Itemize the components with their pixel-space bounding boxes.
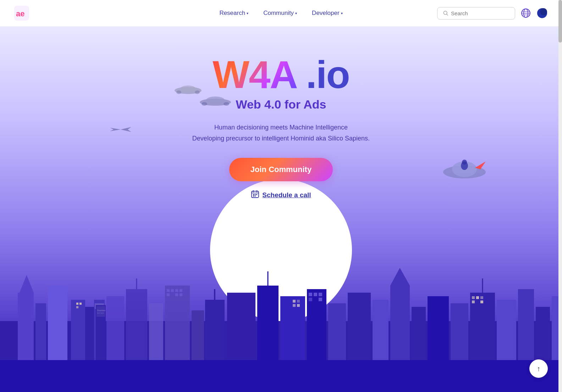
- svg-rect-76: [497, 300, 516, 364]
- svg-rect-72: [428, 296, 449, 364]
- svg-rect-31: [255, 195, 256, 197]
- moon-icon[interactable]: [536, 7, 548, 19]
- svg-rect-66: [328, 303, 346, 364]
- svg-rect-43: [165, 286, 190, 364]
- svg-marker-36: [20, 275, 34, 293]
- svg-rect-69: [390, 286, 410, 364]
- svg-rect-68: [373, 300, 389, 364]
- svg-point-12: [180, 85, 196, 92]
- city-skyline: Downtown BUY NOW: [0, 250, 562, 392]
- svg-rect-65: [319, 298, 322, 301]
- svg-rect-34: [35, 303, 46, 364]
- svg-rect-62: [314, 293, 317, 296]
- svg-rect-48: [167, 293, 170, 296]
- svg-rect-35: [48, 286, 67, 364]
- nav-item-developer[interactable]: Developer ▾: [306, 7, 348, 20]
- svg-rect-52: [205, 300, 225, 364]
- svg-text:Downtown: Downtown: [97, 309, 106, 311]
- svg-rect-92: [297, 304, 300, 307]
- svg-rect-40: [126, 289, 147, 364]
- svg-rect-71: [412, 307, 426, 364]
- svg-rect-42: [149, 303, 163, 364]
- svg-rect-50: [180, 293, 182, 296]
- scroll-up-arrow-icon: ↑: [537, 365, 540, 373]
- svg-rect-87: [79, 303, 82, 305]
- svg-point-17: [202, 102, 207, 106]
- svg-rect-93: [472, 296, 475, 299]
- scrollbar-thumb[interactable]: [558, 0, 562, 43]
- svg-point-14: [195, 90, 200, 94]
- svg-point-10: [540, 8, 547, 15]
- svg-rect-45: [171, 289, 174, 292]
- search-box[interactable]: [437, 7, 515, 20]
- svg-rect-96: [472, 300, 475, 303]
- svg-rect-78: [536, 307, 550, 364]
- hero-title-io: .io: [306, 53, 349, 96]
- main-nav: Research ▾ Community ▾ Developer ▾: [214, 7, 348, 20]
- svg-rect-86: [76, 303, 78, 305]
- svg-point-16: [206, 96, 225, 104]
- svg-rect-49: [175, 293, 178, 296]
- svg-rect-77: [518, 289, 534, 364]
- svg-rect-91: [293, 304, 296, 307]
- svg-rect-56: [227, 293, 255, 364]
- svg-text:ae: ae: [16, 9, 24, 18]
- svg-rect-37: [71, 300, 85, 364]
- svg-rect-47: [180, 289, 182, 292]
- svg-rect-64: [309, 298, 312, 301]
- svg-rect-88: [76, 306, 78, 308]
- floating-car-2: [199, 96, 232, 107]
- svg-rect-39: [106, 296, 124, 364]
- svg-rect-85: [0, 360, 562, 392]
- svg-marker-70: [390, 268, 410, 286]
- hero-title-w4a: W4A: [213, 53, 306, 96]
- svg-rect-28: [255, 194, 256, 195]
- nav-item-research[interactable]: Research ▾: [214, 7, 254, 20]
- globe-icon[interactable]: [521, 8, 531, 18]
- svg-point-18: [224, 102, 229, 106]
- schedule-call-link[interactable]: Schedule a call: [251, 190, 311, 200]
- svg-rect-51: [192, 310, 204, 364]
- search-input[interactable]: [451, 10, 509, 16]
- scrollbar[interactable]: [558, 0, 562, 392]
- floating-car-1: [174, 85, 202, 95]
- svg-rect-67: [348, 293, 371, 364]
- svg-rect-95: [480, 296, 483, 299]
- svg-rect-33: [18, 293, 34, 364]
- svg-rect-94: [476, 296, 479, 299]
- hero-title: W4A .io: [213, 55, 349, 94]
- svg-rect-89: [293, 300, 296, 303]
- svg-rect-61: [309, 293, 312, 296]
- hero-section: W4A .io Web 4.0 for Ads Human decisionin…: [0, 27, 562, 392]
- search-icon: [443, 10, 448, 16]
- header: ae Research ▾ Community ▾ Developer ▾: [0, 0, 562, 27]
- hero-subtitle: Web 4.0 for Ads: [236, 98, 326, 111]
- header-right: [437, 7, 548, 20]
- bird-icon: [110, 126, 131, 134]
- svg-text:BUY NOW: BUY NOW: [97, 312, 104, 314]
- hero-content: W4A .io Web 4.0 for Ads Human decisionin…: [192, 27, 370, 214]
- scroll-up-button[interactable]: ↑: [529, 359, 548, 378]
- svg-rect-63: [319, 293, 322, 296]
- research-chevron-icon: ▾: [247, 11, 248, 15]
- calendar-icon: [251, 190, 259, 200]
- community-chevron-icon: ▾: [295, 11, 297, 15]
- svg-point-22: [462, 160, 467, 165]
- svg-rect-57: [257, 286, 279, 364]
- hero-description: Human decisioning meets Machine Intellig…: [192, 122, 370, 144]
- flying-saucer: [441, 154, 487, 184]
- svg-rect-73: [451, 303, 468, 364]
- svg-rect-90: [297, 300, 300, 303]
- svg-rect-44: [167, 289, 170, 292]
- svg-point-13: [176, 90, 181, 94]
- svg-rect-29: [256, 194, 257, 195]
- svg-rect-46: [175, 289, 178, 292]
- nav-item-community[interactable]: Community ▾: [258, 7, 303, 20]
- join-community-button[interactable]: Join Community: [229, 158, 333, 181]
- svg-rect-30: [253, 195, 254, 197]
- svg-rect-97: [480, 300, 483, 303]
- svg-rect-27: [253, 194, 254, 195]
- svg-line-3: [447, 14, 448, 16]
- logo[interactable]: ae: [14, 6, 29, 21]
- svg-rect-81: [97, 306, 105, 317]
